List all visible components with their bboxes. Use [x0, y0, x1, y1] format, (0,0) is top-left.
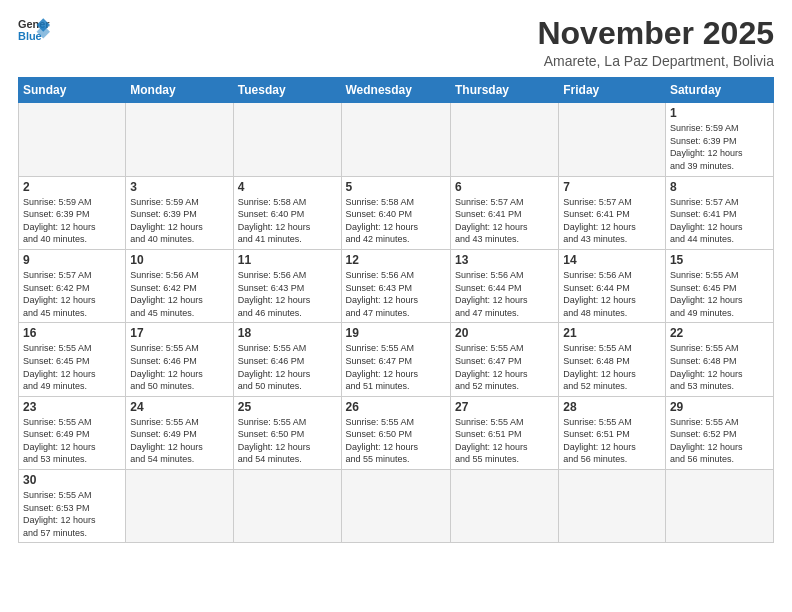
- day-info: Sunrise: 5:57 AM Sunset: 6:41 PM Dayligh…: [563, 196, 661, 246]
- day-number: 1: [670, 106, 769, 120]
- day-info: Sunrise: 5:55 AM Sunset: 6:50 PM Dayligh…: [238, 416, 337, 466]
- day-number: 26: [346, 400, 446, 414]
- table-row: 4Sunrise: 5:58 AM Sunset: 6:40 PM Daylig…: [233, 176, 341, 249]
- calendar-table: Sunday Monday Tuesday Wednesday Thursday…: [18, 77, 774, 543]
- header-sunday: Sunday: [19, 78, 126, 103]
- day-number: 22: [670, 326, 769, 340]
- day-info: Sunrise: 5:57 AM Sunset: 6:42 PM Dayligh…: [23, 269, 121, 319]
- day-info: Sunrise: 5:55 AM Sunset: 6:48 PM Dayligh…: [563, 342, 661, 392]
- day-info: Sunrise: 5:55 AM Sunset: 6:47 PM Dayligh…: [455, 342, 554, 392]
- table-row: 25Sunrise: 5:55 AM Sunset: 6:50 PM Dayli…: [233, 396, 341, 469]
- table-row: 23Sunrise: 5:55 AM Sunset: 6:49 PM Dayli…: [19, 396, 126, 469]
- day-info: Sunrise: 5:58 AM Sunset: 6:40 PM Dayligh…: [346, 196, 446, 246]
- header-monday: Monday: [126, 78, 233, 103]
- table-row: 24Sunrise: 5:55 AM Sunset: 6:49 PM Dayli…: [126, 396, 233, 469]
- table-row: 1Sunrise: 5:59 AM Sunset: 6:39 PM Daylig…: [665, 103, 773, 176]
- day-info: Sunrise: 5:57 AM Sunset: 6:41 PM Dayligh…: [455, 196, 554, 246]
- day-number: 6: [455, 180, 554, 194]
- day-info: Sunrise: 5:55 AM Sunset: 6:47 PM Dayligh…: [346, 342, 446, 392]
- day-info: Sunrise: 5:56 AM Sunset: 6:42 PM Dayligh…: [130, 269, 228, 319]
- table-row: [126, 103, 233, 176]
- table-row: [450, 470, 558, 543]
- day-info: Sunrise: 5:55 AM Sunset: 6:50 PM Dayligh…: [346, 416, 446, 466]
- day-number: 12: [346, 253, 446, 267]
- logo: General Blue: [18, 16, 50, 44]
- title-block: November 2025 Amarete, La Paz Department…: [537, 16, 774, 69]
- table-row: 21Sunrise: 5:55 AM Sunset: 6:48 PM Dayli…: [559, 323, 666, 396]
- table-row: 14Sunrise: 5:56 AM Sunset: 6:44 PM Dayli…: [559, 249, 666, 322]
- table-row: 16Sunrise: 5:55 AM Sunset: 6:45 PM Dayli…: [19, 323, 126, 396]
- day-info: Sunrise: 5:55 AM Sunset: 6:51 PM Dayligh…: [455, 416, 554, 466]
- table-row: 27Sunrise: 5:55 AM Sunset: 6:51 PM Dayli…: [450, 396, 558, 469]
- day-number: 15: [670, 253, 769, 267]
- day-info: Sunrise: 5:56 AM Sunset: 6:44 PM Dayligh…: [563, 269, 661, 319]
- table-row: 5Sunrise: 5:58 AM Sunset: 6:40 PM Daylig…: [341, 176, 450, 249]
- header-saturday: Saturday: [665, 78, 773, 103]
- day-number: 4: [238, 180, 337, 194]
- table-row: [665, 470, 773, 543]
- table-row: 29Sunrise: 5:55 AM Sunset: 6:52 PM Dayli…: [665, 396, 773, 469]
- table-row: 13Sunrise: 5:56 AM Sunset: 6:44 PM Dayli…: [450, 249, 558, 322]
- table-row: [559, 103, 666, 176]
- day-number: 14: [563, 253, 661, 267]
- table-row: 18Sunrise: 5:55 AM Sunset: 6:46 PM Dayli…: [233, 323, 341, 396]
- table-row: 8Sunrise: 5:57 AM Sunset: 6:41 PM Daylig…: [665, 176, 773, 249]
- day-info: Sunrise: 5:55 AM Sunset: 6:46 PM Dayligh…: [238, 342, 337, 392]
- day-number: 30: [23, 473, 121, 487]
- day-info: Sunrise: 5:55 AM Sunset: 6:51 PM Dayligh…: [563, 416, 661, 466]
- generalblue-logo-icon: General Blue: [18, 16, 50, 44]
- day-number: 8: [670, 180, 769, 194]
- table-row: 11Sunrise: 5:56 AM Sunset: 6:43 PM Dayli…: [233, 249, 341, 322]
- day-number: 23: [23, 400, 121, 414]
- table-row: 15Sunrise: 5:55 AM Sunset: 6:45 PM Dayli…: [665, 249, 773, 322]
- day-number: 11: [238, 253, 337, 267]
- day-info: Sunrise: 5:59 AM Sunset: 6:39 PM Dayligh…: [130, 196, 228, 246]
- table-row: 9Sunrise: 5:57 AM Sunset: 6:42 PM Daylig…: [19, 249, 126, 322]
- day-info: Sunrise: 5:55 AM Sunset: 6:49 PM Dayligh…: [130, 416, 228, 466]
- day-number: 28: [563, 400, 661, 414]
- calendar-header-row: Sunday Monday Tuesday Wednesday Thursday…: [19, 78, 774, 103]
- page: General Blue November 2025 Amarete, La P…: [0, 0, 792, 553]
- table-row: 10Sunrise: 5:56 AM Sunset: 6:42 PM Dayli…: [126, 249, 233, 322]
- day-number: 27: [455, 400, 554, 414]
- day-number: 5: [346, 180, 446, 194]
- day-info: Sunrise: 5:59 AM Sunset: 6:39 PM Dayligh…: [670, 122, 769, 172]
- header-wednesday: Wednesday: [341, 78, 450, 103]
- table-row: [126, 470, 233, 543]
- day-number: 9: [23, 253, 121, 267]
- day-info: Sunrise: 5:55 AM Sunset: 6:53 PM Dayligh…: [23, 489, 121, 539]
- day-number: 3: [130, 180, 228, 194]
- day-number: 18: [238, 326, 337, 340]
- table-row: [450, 103, 558, 176]
- day-info: Sunrise: 5:56 AM Sunset: 6:44 PM Dayligh…: [455, 269, 554, 319]
- day-number: 17: [130, 326, 228, 340]
- location-subtitle: Amarete, La Paz Department, Bolivia: [537, 53, 774, 69]
- month-title: November 2025: [537, 16, 774, 51]
- day-info: Sunrise: 5:58 AM Sunset: 6:40 PM Dayligh…: [238, 196, 337, 246]
- day-number: 13: [455, 253, 554, 267]
- day-number: 21: [563, 326, 661, 340]
- day-number: 29: [670, 400, 769, 414]
- table-row: 22Sunrise: 5:55 AM Sunset: 6:48 PM Dayli…: [665, 323, 773, 396]
- day-number: 24: [130, 400, 228, 414]
- table-row: 2Sunrise: 5:59 AM Sunset: 6:39 PM Daylig…: [19, 176, 126, 249]
- table-row: 7Sunrise: 5:57 AM Sunset: 6:41 PM Daylig…: [559, 176, 666, 249]
- table-row: [341, 470, 450, 543]
- day-info: Sunrise: 5:59 AM Sunset: 6:39 PM Dayligh…: [23, 196, 121, 246]
- day-info: Sunrise: 5:55 AM Sunset: 6:45 PM Dayligh…: [23, 342, 121, 392]
- table-row: [341, 103, 450, 176]
- table-row: 3Sunrise: 5:59 AM Sunset: 6:39 PM Daylig…: [126, 176, 233, 249]
- day-number: 19: [346, 326, 446, 340]
- table-row: 17Sunrise: 5:55 AM Sunset: 6:46 PM Dayli…: [126, 323, 233, 396]
- table-row: 28Sunrise: 5:55 AM Sunset: 6:51 PM Dayli…: [559, 396, 666, 469]
- table-row: [559, 470, 666, 543]
- day-info: Sunrise: 5:57 AM Sunset: 6:41 PM Dayligh…: [670, 196, 769, 246]
- day-info: Sunrise: 5:56 AM Sunset: 6:43 PM Dayligh…: [238, 269, 337, 319]
- day-info: Sunrise: 5:56 AM Sunset: 6:43 PM Dayligh…: [346, 269, 446, 319]
- table-row: 20Sunrise: 5:55 AM Sunset: 6:47 PM Dayli…: [450, 323, 558, 396]
- day-info: Sunrise: 5:55 AM Sunset: 6:45 PM Dayligh…: [670, 269, 769, 319]
- header-tuesday: Tuesday: [233, 78, 341, 103]
- header: General Blue November 2025 Amarete, La P…: [18, 16, 774, 69]
- day-number: 10: [130, 253, 228, 267]
- header-thursday: Thursday: [450, 78, 558, 103]
